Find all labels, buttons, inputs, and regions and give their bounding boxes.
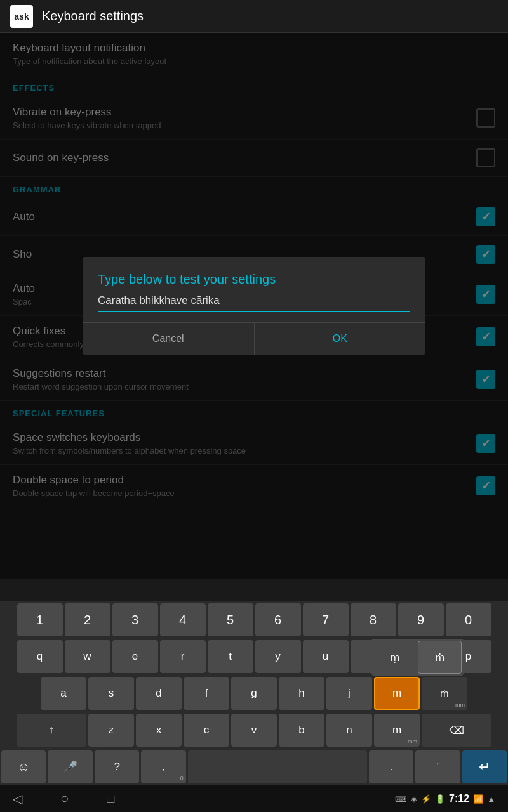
key-m[interactable]: m [374,677,420,710]
modal-input-area[interactable] [98,294,410,312]
enter-key[interactable]: ↵ [462,750,507,783]
key-9[interactable]: 9 [398,603,444,636]
shift-key[interactable]: ↑ [17,714,86,747]
bottom-nav: ◁ ○ □ ⌨ ◈ ⚡ 🔋 7:12 📶 ▲ [0,785,508,812]
key-a[interactable]: a [41,677,86,710]
key-s[interactable]: s [88,677,134,710]
modal-title: Type below to test your settings [83,257,425,294]
test-settings-modal: Type below to test your settings Cancel … [83,257,425,355]
key-space[interactable] [188,750,367,783]
key-comma-special[interactable]: ,0 [141,750,185,783]
key-smiley[interactable]: ☺ [1,750,46,783]
key-1[interactable]: 1 [17,603,63,636]
key-j[interactable]: j [326,677,372,710]
modal-ok-button[interactable]: OK [254,323,426,355]
key-y[interactable]: y [255,640,301,673]
key-z[interactable]: z [88,714,134,747]
key-2[interactable]: 2 [65,603,110,636]
popup-key-m-dot-above[interactable]: ṁ [418,641,462,674]
status-wifi-icon: 📶 [473,794,483,804]
key-d[interactable]: d [136,677,182,710]
keyboard-zxcv-row: ↑ z x c v b n mmm ⌫ [0,712,508,749]
key-n[interactable]: n [326,714,372,747]
status-keyboard-icon: ⌨ [395,794,407,804]
key-m2[interactable]: mmm [374,714,420,747]
key-g[interactable]: g [231,677,277,710]
recent-button[interactable]: □ [107,792,114,806]
status-battery-icon: 🔋 [435,794,445,804]
key-h[interactable]: h [279,677,324,710]
app-logo: ask [10,5,33,28]
status-usb-icon: ⚡ [421,794,431,804]
keyboard-num-row: 1 2 3 4 5 6 7 8 9 0 [0,601,508,638]
key-5[interactable]: 5 [208,603,253,636]
modal-cancel-button[interactable]: Cancel [83,323,254,355]
key-f[interactable]: f [184,677,229,710]
popup-key-m-dot-below[interactable]: ṃ [373,641,416,674]
status-signal-icon: ▲ [487,794,495,804]
key-t[interactable]: t [208,640,253,673]
key-v[interactable]: v [231,714,277,747]
key-r[interactable]: r [160,640,206,673]
key-x[interactable]: x [136,714,182,747]
key-0[interactable]: 0 [446,603,491,636]
modal-text-input[interactable] [98,294,410,307]
status-time: 7:12 [449,793,469,804]
key-u[interactable]: u [303,640,349,673]
key-3[interactable]: 3 [112,603,158,636]
back-button[interactable]: ◁ [13,791,22,806]
top-bar: ask Keyboard settings [0,0,508,33]
modal-buttons: Cancel OK [83,322,425,355]
keyboard-bottom-row: ☺ 🎤 ? ,0 . ' ↵ [0,749,508,785]
keyboard-asdf-row: a s d f g h j m ṃ ṁ ṁ mm [0,675,508,712]
key-m-alt[interactable]: ṁ mm [422,677,467,710]
key-7[interactable]: 7 [303,603,349,636]
key-w[interactable]: w [65,640,110,673]
keyboard: 1 2 3 4 5 6 7 8 9 0 q w e r t y u i o p … [0,601,508,785]
key-b[interactable]: b [279,714,324,747]
backspace-key[interactable]: ⌫ [422,714,491,747]
key-mic[interactable]: 🎤 [48,750,92,783]
status-bar: ⌨ ◈ ⚡ 🔋 7:12 📶 ▲ [395,793,495,804]
key-4[interactable]: 4 [160,603,206,636]
modal-overlay: Type below to test your settings Cancel … [0,33,508,579]
key-6[interactable]: 6 [255,603,301,636]
status-sim-icon: ◈ [411,794,417,804]
key-c[interactable]: c [184,714,229,747]
home-button[interactable]: ○ [60,790,69,807]
key-apostrophe[interactable]: ' [415,750,460,783]
key-e[interactable]: e [112,640,158,673]
key-question[interactable]: ? [95,750,139,783]
key-period[interactable]: . [369,750,413,783]
page-title: Keyboard settings [42,9,144,23]
key-q[interactable]: q [17,640,63,673]
settings-content: Keyboard layout notification Type of not… [0,33,508,579]
key-8[interactable]: 8 [351,603,396,636]
